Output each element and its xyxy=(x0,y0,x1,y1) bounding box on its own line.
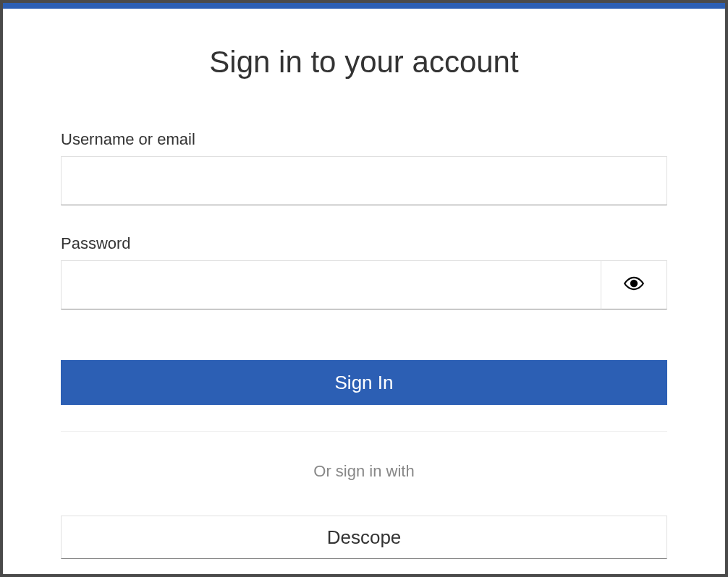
eye-icon xyxy=(624,276,644,294)
signin-button[interactable]: Sign In xyxy=(61,360,667,405)
toggle-password-visibility-button[interactable] xyxy=(601,260,667,309)
descope-provider-button[interactable]: Descope xyxy=(61,516,667,559)
password-label: Password xyxy=(61,234,667,253)
password-input[interactable] xyxy=(61,260,601,309)
password-wrapper xyxy=(61,260,667,309)
svg-point-0 xyxy=(631,281,637,286)
username-group: Username or email xyxy=(61,130,667,205)
page-title: Sign in to your account xyxy=(61,45,667,80)
signin-modal: Sign in to your account Username or emai… xyxy=(3,3,725,574)
alt-signin-text: Or sign in with xyxy=(61,462,667,481)
divider xyxy=(61,431,667,432)
signin-content: Sign in to your account Username or emai… xyxy=(3,9,725,559)
password-group: Password xyxy=(61,234,667,309)
accent-bar xyxy=(3,3,725,9)
username-label: Username or email xyxy=(61,130,667,149)
username-input[interactable] xyxy=(61,156,667,205)
